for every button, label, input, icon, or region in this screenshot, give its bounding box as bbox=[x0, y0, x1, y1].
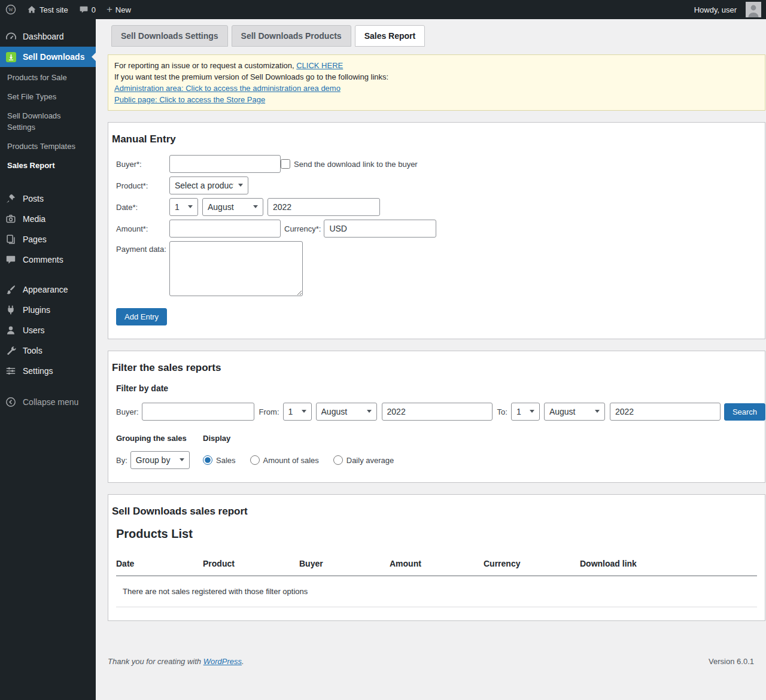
buyer-row: Buyer*: Send the download link to the bu… bbox=[116, 155, 757, 173]
product-select[interactable]: Select a product bbox=[169, 176, 248, 194]
product-label: Product*: bbox=[116, 181, 169, 190]
sidebar-item-appearance[interactable]: Appearance bbox=[0, 279, 96, 300]
from-month-select[interactable]: August bbox=[316, 403, 377, 421]
sidebar-item-plugins[interactable]: Plugins bbox=[0, 300, 96, 320]
sidebar-item-sell-downloads[interactable]: Sell Downloads bbox=[0, 47, 96, 67]
date-year-input[interactable] bbox=[268, 198, 380, 216]
admin-bar-right: Howdy, user bbox=[689, 0, 766, 19]
store-page-link[interactable]: Public page: Click to access the Store P… bbox=[114, 95, 265, 104]
payment-data-row: Payment data: bbox=[116, 241, 757, 296]
add-entry-button[interactable]: Add Entry bbox=[116, 308, 167, 325]
dashboard-icon bbox=[5, 31, 17, 42]
currency-label: Currency*: bbox=[284, 224, 321, 233]
sidebar-item-dashboard[interactable]: Dashboard bbox=[0, 26, 96, 47]
notice-text: For reporting an issue or to request a c… bbox=[114, 61, 294, 70]
howdy-user-link[interactable]: Howdy, user bbox=[689, 0, 742, 19]
sidebar-item-comments[interactable]: Comments bbox=[0, 249, 96, 270]
column-header-date: Date bbox=[116, 552, 203, 576]
comment-count: 0 bbox=[92, 5, 96, 14]
notice-line-3: Administration area: Click to access the… bbox=[114, 83, 759, 94]
tab-sell-downloads-settings[interactable]: Sell Downloads Settings bbox=[111, 25, 228, 47]
filter-row: Buyer: From: 1 August To: 1 August Searc… bbox=[116, 403, 757, 421]
group-by-select[interactable]: Group by bbox=[130, 451, 190, 469]
sidebar-item-products-for-sale[interactable]: Products for Sale bbox=[0, 68, 96, 87]
sidebar-label: Users bbox=[23, 325, 45, 335]
sidebar-item-posts[interactable]: Posts bbox=[0, 188, 96, 209]
sidebar-item-pages[interactable]: Pages bbox=[0, 229, 96, 249]
notice-box: For reporting an issue or to request a c… bbox=[108, 54, 765, 111]
new-label: New bbox=[115, 5, 131, 14]
date-label: Date*: bbox=[116, 203, 169, 212]
grouping-display-headings: Grouping the sales Display bbox=[116, 434, 757, 443]
display-option-sales[interactable]: Sales bbox=[203, 455, 236, 465]
daily-average-radio[interactable] bbox=[333, 455, 343, 465]
tab-sales-report[interactable]: Sales Report bbox=[355, 25, 425, 47]
wordpress-logo-icon: W bbox=[5, 4, 16, 15]
comments-shortcut[interactable]: 0 bbox=[74, 0, 101, 19]
amount-label: Amount*: bbox=[116, 224, 169, 233]
product-row: Product*: Select a product bbox=[116, 176, 757, 194]
sidebar-item-settings[interactable]: Settings bbox=[0, 361, 96, 381]
site-name: Test site bbox=[39, 5, 68, 14]
buyer-input[interactable] bbox=[169, 155, 281, 173]
sidebar-item-set-file-types[interactable]: Set File Types bbox=[0, 87, 96, 106]
grouping-heading: Grouping the sales bbox=[116, 434, 203, 443]
from-label: From: bbox=[259, 407, 279, 416]
manual-entry-panel: Manual Entry Buyer*: Send the download l… bbox=[108, 122, 765, 339]
table-header-row: Date Product Buyer Amount Currency Downl… bbox=[116, 552, 757, 576]
svg-text:W: W bbox=[8, 7, 14, 13]
filter-buyer-label: Buyer: bbox=[116, 407, 139, 416]
display-option-daily-average[interactable]: Daily average bbox=[333, 455, 394, 465]
sales-radio[interactable] bbox=[203, 455, 212, 465]
to-year-input[interactable] bbox=[610, 403, 721, 421]
display-option-amount-of-sales[interactable]: Amount of sales bbox=[250, 455, 319, 465]
date-month-select[interactable]: August bbox=[202, 198, 263, 216]
wordpress-link[interactable]: WordPress bbox=[203, 657, 242, 666]
column-header-download-link: Download link bbox=[580, 552, 757, 576]
send-link-checkbox[interactable] bbox=[281, 159, 290, 169]
pages-icon bbox=[5, 233, 17, 245]
sidebar-label: Posts bbox=[23, 194, 44, 203]
user-avatar[interactable] bbox=[746, 2, 761, 17]
administration-demo-link[interactable]: Administration area: Click to access the… bbox=[114, 84, 341, 93]
payment-data-textarea[interactable] bbox=[169, 241, 303, 296]
tab-sell-downloads-products[interactable]: Sell Downloads Products bbox=[232, 25, 351, 47]
filter-title: Filter the sales reports bbox=[112, 362, 757, 374]
wordpress-logo[interactable]: W bbox=[0, 0, 22, 19]
tools-icon bbox=[5, 345, 17, 357]
sidebar-item-sell-downloads-settings[interactable]: Sell Downloads Settings bbox=[0, 106, 96, 136]
search-button[interactable]: Search bbox=[724, 403, 765, 421]
amount-input[interactable] bbox=[169, 220, 281, 238]
sidebar-label: Pages bbox=[23, 235, 47, 244]
sidebar-label: Collapse menu bbox=[23, 397, 78, 407]
sales-report-title: Sell Downloads sales report bbox=[112, 506, 757, 518]
sidebar-item-sales-report[interactable]: Sales Report bbox=[0, 156, 96, 175]
empty-message: There are not sales registered with thos… bbox=[116, 576, 757, 607]
sidebar-label: Comments bbox=[23, 255, 63, 264]
to-month-select[interactable]: August bbox=[544, 403, 605, 421]
sidebar-item-tools[interactable]: Tools bbox=[0, 340, 96, 361]
plugins-icon bbox=[5, 304, 17, 316]
filter-buyer-input[interactable] bbox=[142, 403, 254, 421]
sidebar-item-users[interactable]: Users bbox=[0, 320, 96, 340]
media-icon bbox=[5, 213, 17, 225]
from-day-select[interactable]: 1 bbox=[283, 403, 312, 421]
appearance-icon bbox=[5, 284, 17, 296]
currency-input[interactable] bbox=[324, 220, 436, 238]
notice-line-4: Public page: Click to access the Store P… bbox=[114, 94, 759, 105]
click-here-link[interactable]: CLICK HERE bbox=[296, 61, 343, 70]
sidebar-label: Plugins bbox=[23, 305, 50, 315]
sidebar-item-media[interactable]: Media bbox=[0, 209, 96, 229]
group-by-field: By: Group by bbox=[116, 451, 203, 469]
column-header-currency: Currency bbox=[484, 552, 580, 576]
amount-of-sales-radio[interactable] bbox=[250, 455, 260, 465]
comment-bubble-icon bbox=[79, 5, 89, 14]
date-day-select[interactable]: 1 bbox=[169, 198, 198, 216]
from-year-input[interactable] bbox=[382, 403, 493, 421]
collapse-menu-button[interactable]: Collapse menu bbox=[0, 392, 96, 412]
site-name-link[interactable]: Test site bbox=[22, 0, 74, 19]
sidebar-item-products-templates[interactable]: Products Templates bbox=[0, 137, 96, 156]
column-header-buyer: Buyer bbox=[299, 552, 390, 576]
to-day-select[interactable]: 1 bbox=[511, 403, 540, 421]
new-content-button[interactable]: + New bbox=[101, 0, 136, 19]
